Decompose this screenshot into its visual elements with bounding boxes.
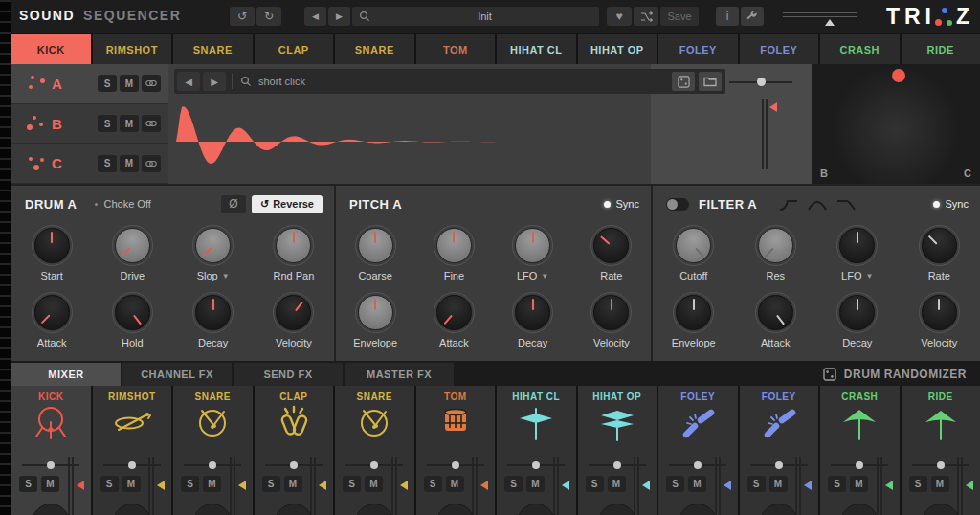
- channel-fader-knob[interactable]: [436, 504, 475, 515]
- channel-fader-knob[interactable]: [113, 504, 151, 515]
- layer-link-button[interactable]: [142, 155, 161, 172]
- sample-pan-slider[interactable]: [729, 81, 792, 83]
- channel-solo-button[interactable]: S: [343, 476, 361, 492]
- hold-knob[interactable]: [115, 295, 150, 330]
- start-knob[interactable]: [34, 228, 70, 263]
- channel-fader-knob[interactable]: [922, 504, 960, 515]
- sample-level-slider[interactable]: [762, 99, 768, 169]
- envelope-knob[interactable]: [358, 295, 393, 330]
- attack-knob[interactable]: [436, 295, 472, 330]
- pan-handle[interactable]: [856, 461, 863, 469]
- channel-solo-button[interactable]: S: [100, 476, 119, 492]
- choke-group-selector[interactable]: Choke Off: [95, 198, 151, 210]
- level-handle-icon[interactable]: [769, 102, 777, 112]
- rnd-pan-knob[interactable]: [276, 228, 311, 263]
- res-knob[interactable]: [758, 228, 793, 263]
- channel-fader-knob[interactable]: [355, 504, 393, 515]
- pan-handle[interactable]: [47, 461, 55, 469]
- channel-mute-button[interactable]: M: [526, 476, 545, 492]
- layer-row-a[interactable]: ASM: [11, 64, 168, 104]
- channel-solo-button[interactable]: S: [181, 476, 199, 492]
- layer-blend-xy-pad[interactable]: B C: [812, 64, 980, 184]
- mixer-channel-foley[interactable]: FOLEYSM: [740, 386, 819, 515]
- layer-row-b[interactable]: BSM: [11, 104, 168, 145]
- blend-position-handle[interactable]: [892, 69, 905, 82]
- channel-mute-button[interactable]: M: [284, 476, 302, 492]
- channel-solo-button[interactable]: S: [666, 476, 684, 492]
- drum-tab-crash[interactable]: CRASH: [820, 34, 900, 64]
- knob-label[interactable]: LFO▼: [841, 270, 873, 281]
- layer-solo-button[interactable]: S: [98, 115, 117, 132]
- lfo-knob[interactable]: [839, 228, 875, 263]
- cutoff-knob[interactable]: [676, 228, 711, 263]
- mixer-channel-hihat-op[interactable]: HIHAT OPSM: [578, 386, 657, 515]
- mixer-tab-master-fx[interactable]: MASTER FX: [345, 363, 454, 386]
- drum-tab-tom[interactable]: TOM: [416, 34, 496, 64]
- velocity-knob[interactable]: [593, 295, 629, 330]
- mixer-channel-kick[interactable]: KICKSM: [11, 386, 91, 515]
- drum-tab-hihat-cl[interactable]: HIHAT CL: [497, 34, 576, 64]
- channel-level-handle-icon[interactable]: [319, 481, 326, 490]
- slider-handle-icon[interactable]: [825, 19, 835, 26]
- pan-handle[interactable]: [532, 461, 540, 469]
- channel-mute-button[interactable]: M: [122, 476, 141, 492]
- lfo-knob[interactable]: [515, 228, 550, 263]
- channel-level-handle-icon[interactable]: [966, 481, 973, 490]
- channel-fader-knob[interactable]: [32, 504, 70, 515]
- channel-level-handle-icon[interactable]: [77, 481, 84, 490]
- mixer-channel-tom[interactable]: TOMSM: [416, 386, 496, 515]
- sequencer-mode-label[interactable]: SEQUENCER: [83, 8, 181, 23]
- knob-label[interactable]: LFO▼: [517, 270, 548, 281]
- channel-fader-knob[interactable]: [193, 504, 232, 515]
- channel-mute-button[interactable]: M: [688, 476, 706, 492]
- slop-knob[interactable]: [195, 228, 231, 263]
- channel-mute-button[interactable]: M: [365, 476, 383, 492]
- mixer-tab-send-fx[interactable]: SEND FX: [234, 363, 343, 386]
- envelope-knob[interactable]: [676, 295, 711, 330]
- channel-level-handle-icon[interactable]: [157, 481, 165, 490]
- channel-mute-button[interactable]: M: [769, 476, 788, 492]
- reverse-button[interactable]: ↺Reverse: [252, 195, 323, 213]
- drive-knob[interactable]: [115, 228, 150, 263]
- settings-button[interactable]: [741, 7, 764, 26]
- channel-level-handle-icon[interactable]: [480, 481, 488, 490]
- drum-tab-snare[interactable]: SNARE: [173, 34, 253, 64]
- pan-handle[interactable]: [613, 461, 621, 469]
- channel-solo-button[interactable]: S: [586, 476, 604, 492]
- layer-link-button[interactable]: [142, 75, 161, 92]
- channel-level-handle-icon[interactable]: [804, 481, 812, 490]
- channel-fader-knob[interactable]: [760, 504, 798, 515]
- velocity-knob[interactable]: [922, 295, 957, 330]
- decay-knob[interactable]: [515, 295, 550, 330]
- prev-preset-button[interactable]: ◀: [304, 7, 326, 26]
- mixer-channel-clap[interactable]: CLAPSM: [255, 386, 334, 515]
- drum-tab-kick[interactable]: KICK: [11, 34, 91, 64]
- mixer-channel-snare[interactable]: SNARESM: [335, 386, 414, 515]
- layer-row-c[interactable]: CSM: [11, 144, 168, 184]
- decay-knob[interactable]: [195, 295, 231, 330]
- knob-label[interactable]: Slop▼: [197, 270, 230, 281]
- output-level-slider[interactable]: [783, 12, 858, 20]
- undo-button[interactable]: ↺: [230, 7, 255, 26]
- channel-mute-button[interactable]: M: [931, 476, 949, 492]
- channel-mute-button[interactable]: M: [608, 476, 626, 492]
- preset-search-field[interactable]: Init: [352, 7, 599, 26]
- pan-handle[interactable]: [370, 461, 378, 469]
- mixer-channel-crash[interactable]: CRASHSM: [820, 386, 900, 515]
- drum-tab-snare[interactable]: SNARE: [335, 34, 414, 64]
- mixer-channel-rimshot[interactable]: RIMSHOTSM: [93, 386, 172, 515]
- sound-mode-label[interactable]: SOUND: [19, 8, 75, 23]
- channel-mute-button[interactable]: M: [446, 476, 464, 492]
- velocity-knob[interactable]: [276, 295, 311, 330]
- info-button[interactable]: i: [716, 7, 739, 26]
- favorite-button[interactable]: ♥: [607, 7, 632, 26]
- decay-knob[interactable]: [839, 295, 875, 330]
- channel-fader-knob[interactable]: [679, 504, 717, 515]
- drum-tab-clap[interactable]: CLAP: [255, 34, 334, 64]
- attack-knob[interactable]: [34, 295, 70, 330]
- pan-handle[interactable]: [937, 461, 945, 469]
- channel-mute-button[interactable]: M: [203, 476, 221, 492]
- channel-fader-knob[interactable]: [275, 504, 313, 515]
- mixer-tab-mixer[interactable]: MIXER: [11, 363, 121, 386]
- channel-level-handle-icon[interactable]: [238, 481, 246, 490]
